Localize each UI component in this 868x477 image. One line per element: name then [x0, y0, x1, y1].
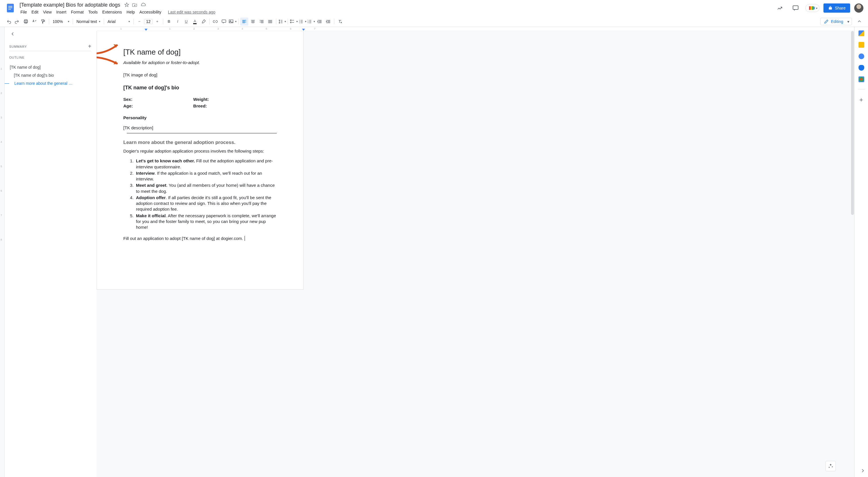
meet-button[interactable]: ▾	[805, 4, 819, 12]
contacts-icon[interactable]	[859, 65, 864, 71]
docs-logo[interactable]	[5, 2, 16, 14]
line-spacing-button[interactable]	[278, 18, 286, 26]
menu-help[interactable]: Help	[124, 9, 137, 15]
comment-button[interactable]	[220, 18, 228, 26]
tasks-icon[interactable]	[859, 54, 864, 59]
list-item[interactable]: Let's get to know each other. Fill out t…	[135, 158, 277, 170]
cloud-icon[interactable]	[140, 2, 146, 8]
hruler-tick: 3	[217, 27, 219, 30]
menu-insert[interactable]: Insert	[54, 9, 68, 15]
link-button[interactable]	[211, 18, 219, 26]
scrollbar-thumb[interactable]	[851, 31, 854, 215]
bullet-list-button[interactable]	[298, 18, 306, 26]
doc-attrs[interactable]: Sex: Age: Weight: Breed:	[123, 96, 277, 109]
vertical-ruler[interactable]: 1 2 3 4 5 6 7 8	[0, 27, 5, 477]
outdent-button[interactable]	[316, 18, 323, 26]
last-edit-link[interactable]: Last edit was seconds ago	[167, 9, 216, 15]
attr-sex[interactable]: Sex:	[123, 96, 133, 102]
align-center-button[interactable]	[249, 18, 257, 26]
doc-heading-2[interactable]: [TK name of dog]'s bio	[123, 84, 277, 91]
menu-format[interactable]: Format	[69, 9, 86, 15]
paint-format-button[interactable]	[39, 18, 47, 26]
outline-back-button[interactable]	[10, 31, 97, 38]
align-justify-button[interactable]	[266, 18, 274, 26]
font-size-increase[interactable]: +	[153, 18, 161, 26]
menu-edit[interactable]: Edit	[30, 9, 40, 15]
font-size-input[interactable]: 12	[144, 19, 153, 24]
number-list-button[interactable]: 123	[307, 18, 315, 26]
style-select[interactable]: Normal text	[75, 18, 102, 26]
hide-side-panel-button[interactable]	[860, 468, 866, 475]
attr-breed[interactable]: Breed:	[193, 103, 209, 109]
comments-icon[interactable]	[790, 2, 801, 14]
attr-age[interactable]: Age:	[123, 103, 133, 109]
image-button[interactable]	[228, 18, 237, 26]
redo-button[interactable]	[13, 18, 21, 26]
vruler-tick: 7	[1, 214, 2, 217]
maps-icon[interactable]	[859, 76, 864, 82]
document-area[interactable]: 1 1 2 3 4 5 6 7 Examples of placeholder …	[97, 27, 854, 477]
checklist-button[interactable]	[290, 18, 298, 26]
list-item[interactable]: Meet and greet. You (and all members of …	[135, 183, 277, 194]
doc-footer-line[interactable]: Fill out an application to adopt [TK nam…	[123, 235, 277, 242]
undo-button[interactable]	[5, 18, 13, 26]
doc-learn-more-heading[interactable]: Learn more about the general adoption pr…	[123, 139, 277, 146]
indent-marker-right[interactable]	[302, 29, 305, 31]
keep-icon[interactable]	[859, 42, 864, 48]
align-left-button[interactable]	[240, 18, 248, 26]
svg-rect-1	[8, 6, 12, 7]
doc-personality-heading[interactable]: Personality	[123, 115, 277, 121]
editing-mode-button[interactable]: Editing ▾	[820, 18, 852, 25]
doc-title[interactable]: [Template example] Bios for adoptable do…	[19, 1, 121, 9]
share-button[interactable]: Share	[824, 3, 850, 13]
horizontal-ruler[interactable]: 1 1 2 3 4 5 6 7	[97, 27, 854, 31]
outline-item[interactable]: [TK name of dog]'s bio	[9, 71, 97, 79]
doc-tk-description[interactable]: [TK description]	[123, 125, 277, 131]
user-avatar[interactable]	[854, 3, 863, 13]
menu-accessibility[interactable]: Accessibility	[137, 9, 163, 15]
menu-extensions[interactable]: Extensions	[100, 9, 124, 15]
attr-weight[interactable]: Weight:	[193, 96, 209, 102]
menu-file[interactable]: File	[19, 9, 29, 15]
align-right-button[interactable]	[257, 18, 266, 26]
scrollbar[interactable]	[851, 31, 854, 477]
list-item[interactable]: Adoption offer. If all parties decide it…	[135, 195, 277, 212]
indent-button[interactable]	[324, 18, 332, 26]
underline-button[interactable]: U	[182, 18, 190, 26]
collapse-toolbar-button[interactable]	[855, 18, 863, 26]
doc-tk-image[interactable]: [TK image of dog]	[123, 72, 277, 78]
list-item[interactable]: Make it official. After the necessary pa…	[135, 213, 277, 230]
menu-tools[interactable]: Tools	[86, 9, 100, 15]
doc-steps-list[interactable]: Let's get to know each other. Fill out t…	[123, 158, 277, 230]
outline-panel: SUMMARY + OUTLINE [TK name of dog] [TK n…	[5, 27, 97, 477]
print-button[interactable]	[22, 18, 30, 26]
move-icon[interactable]	[132, 2, 137, 7]
doc-heading-1[interactable]: [TK name of dog]	[123, 47, 277, 57]
list-item[interactable]: Interview. If the application is a good …	[135, 170, 277, 182]
font-size-decrease[interactable]: −	[135, 18, 144, 26]
add-addon-button[interactable]: +	[859, 96, 863, 104]
bold-button[interactable]: B	[165, 18, 173, 26]
document-page[interactable]: [TK name of dog] Available for adoption …	[97, 31, 304, 290]
italic-button[interactable]: I	[174, 18, 182, 26]
add-summary-button[interactable]: +	[88, 43, 91, 50]
trends-icon[interactable]	[774, 2, 786, 14]
doc-subtitle[interactable]: Available for adoption or foster-to-adop…	[123, 60, 277, 65]
star-icon[interactable]	[124, 2, 129, 7]
highlight-button[interactable]	[199, 18, 208, 26]
summary-label: SUMMARY	[9, 45, 27, 48]
side-panel: +	[854, 27, 868, 477]
doc-intro[interactable]: Dogier's regular adoption application pr…	[123, 148, 277, 154]
outline-item[interactable]: Learn more about the general …	[10, 79, 72, 87]
menu-view[interactable]: View	[41, 9, 54, 15]
outline-item[interactable]: [TK name of dog]	[9, 63, 97, 71]
hruler-tick: 1	[120, 27, 122, 30]
zoom-select[interactable]: 100%	[51, 18, 71, 26]
clear-format-button[interactable]	[336, 18, 344, 26]
indent-marker-left[interactable]	[145, 29, 148, 31]
calendar-icon[interactable]	[859, 30, 864, 36]
spellcheck-button[interactable]	[30, 18, 38, 26]
font-select[interactable]: Arial	[106, 18, 132, 26]
text-color-button[interactable]: A	[191, 18, 199, 26]
explore-button[interactable]	[826, 461, 836, 471]
